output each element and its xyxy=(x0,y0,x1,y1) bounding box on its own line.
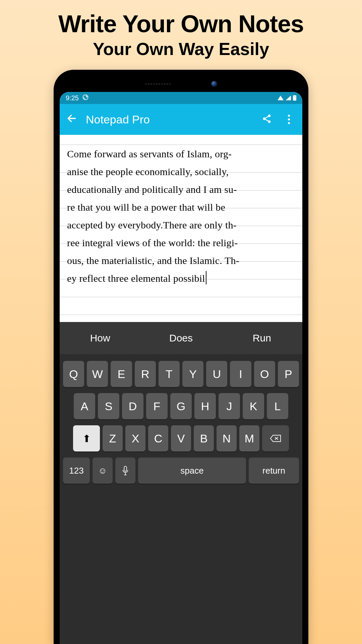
emoji-icon: ☺ xyxy=(98,466,107,476)
signal-icon xyxy=(286,96,291,100)
wifi-icon xyxy=(278,96,284,100)
key-e[interactable]: E xyxy=(111,361,132,387)
suggestion-item[interactable]: Does xyxy=(140,332,221,344)
app-bar: Notepad Pro xyxy=(60,104,302,135)
promo-title: Write Your Own Notes Your Own Way Easily xyxy=(0,0,362,59)
key-o[interactable]: O xyxy=(254,361,275,387)
key-j[interactable]: J xyxy=(219,393,240,419)
keyboard-row: Q W E R T Y U I O P xyxy=(63,361,299,387)
key-mic[interactable] xyxy=(115,458,135,484)
svg-point-1 xyxy=(268,115,271,117)
speaker-grill-icon xyxy=(145,83,171,85)
key-l[interactable]: L xyxy=(267,393,288,419)
status-bar: 9:25 xyxy=(60,92,302,104)
key-y[interactable]: Y xyxy=(182,361,203,387)
key-b[interactable]: B xyxy=(194,425,214,451)
more-vertical-icon xyxy=(282,115,296,124)
key-k[interactable]: K xyxy=(243,393,264,419)
key-r[interactable]: R xyxy=(135,361,156,387)
key-h[interactable]: H xyxy=(194,393,216,419)
promo-subhead: Your Own Way Easily xyxy=(0,39,362,59)
note-editor[interactable]: Come forward as servants of Islam, org- … xyxy=(60,135,302,323)
suggestion-item[interactable]: Run xyxy=(222,332,302,344)
key-backspace[interactable] xyxy=(262,425,289,451)
key-p[interactable]: P xyxy=(278,361,299,387)
key-space[interactable]: space xyxy=(138,458,246,484)
key-emoji[interactable]: ☺ xyxy=(93,458,113,484)
key-g[interactable]: G xyxy=(170,393,192,419)
front-camera-icon xyxy=(211,81,217,87)
keyboard-row: 123 ☺ space return xyxy=(63,458,299,484)
key-v[interactable]: V xyxy=(171,425,191,451)
promo-headline: Write Your Own Notes xyxy=(0,10,362,38)
app-title: Notepad Pro xyxy=(86,113,251,126)
shift-up-icon: ⬆ xyxy=(82,433,91,444)
key-z[interactable]: Z xyxy=(103,425,123,451)
key-shift[interactable]: ⬆ xyxy=(73,425,100,451)
share-button[interactable] xyxy=(260,114,274,125)
soft-keyboard: How Does Run Q W E R T Y U I O xyxy=(60,322,302,644)
key-t[interactable]: T xyxy=(159,361,180,387)
backspace-icon xyxy=(270,434,281,442)
key-m[interactable]: M xyxy=(239,425,259,451)
text-cursor xyxy=(206,271,206,284)
status-time: 9:25 xyxy=(66,94,79,102)
keyboard-suggestions: How Does Run xyxy=(60,322,302,354)
phone-notch xyxy=(60,76,302,92)
note-text-content: Come forward as servants of Islam, org- … xyxy=(67,145,295,287)
key-x[interactable]: X xyxy=(125,425,145,451)
key-u[interactable]: U xyxy=(206,361,227,387)
battery-icon xyxy=(293,95,296,101)
key-return[interactable]: return xyxy=(249,458,299,484)
svg-point-3 xyxy=(268,120,271,123)
key-q[interactable]: Q xyxy=(63,361,84,387)
key-s[interactable]: S xyxy=(98,393,119,419)
suggestion-item[interactable]: How xyxy=(60,332,140,344)
keyboard-row: ⬆ Z X C V B N M xyxy=(63,425,299,451)
key-d[interactable]: D xyxy=(122,393,143,419)
key-f[interactable]: F xyxy=(146,393,168,419)
sync-icon xyxy=(82,94,89,102)
more-options-button[interactable] xyxy=(282,115,296,124)
key-w[interactable]: W xyxy=(87,361,108,387)
svg-point-2 xyxy=(263,117,266,120)
microphone-icon xyxy=(122,466,129,476)
key-a[interactable]: A xyxy=(74,393,95,419)
key-i[interactable]: I xyxy=(230,361,251,387)
key-n[interactable]: N xyxy=(217,425,237,451)
svg-rect-4 xyxy=(124,466,126,471)
back-button[interactable] xyxy=(66,113,77,126)
keyboard-row: A S D F G H J K L xyxy=(63,393,299,419)
key-c[interactable]: C xyxy=(148,425,168,451)
key-numbers[interactable]: 123 xyxy=(63,458,90,484)
phone-mockup: 9:25 Notepad Pro xyxy=(54,70,308,644)
